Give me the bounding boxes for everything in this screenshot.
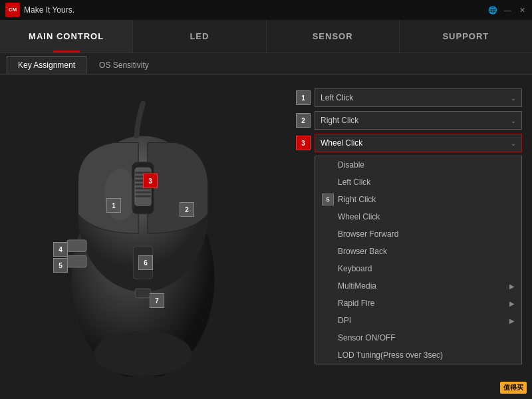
tab-main-control[interactable]: MAIN CONTROL: [0, 20, 133, 53]
subtab-os-sensitivity[interactable]: OS Sensitivity: [88, 56, 160, 74]
title-bar-left: CM Make It Yours.: [5, 3, 74, 17]
menu-item-dpi[interactable]: DPI ▶: [315, 312, 521, 329]
title-bar: CM Make It Yours. 🌐 — ✕: [0, 0, 532, 20]
globe-icon[interactable]: 🌐: [488, 5, 497, 15]
mouse-btn-3: 3: [143, 174, 158, 188]
mouse-btn-2: 2: [180, 202, 194, 217]
svg-rect-10: [135, 195, 150, 197]
menu-item-browser-forward[interactable]: Browser Forward: [315, 225, 521, 243]
menu-item-left-click[interactable]: Left Click: [315, 174, 521, 191]
btn-num-2: 2: [296, 113, 311, 128]
app-title: Make It Yours.: [24, 5, 74, 15]
minimize-button[interactable]: —: [503, 5, 512, 15]
dropdown-row-3: 3 Wheel Click ⌄: [296, 133, 522, 153]
menu-item-keyboard[interactable]: Keyboard: [315, 260, 521, 277]
menu-item-right-click[interactable]: 5 Right Click: [315, 191, 521, 208]
chevron-down-icon: ⌄: [511, 140, 516, 147]
tab-support[interactable]: SUPPORT: [400, 20, 532, 53]
dropdown-menu: Disable Left Click 5 Right Click Wheel C…: [315, 156, 522, 364]
mouse-btn-7: 7: [150, 293, 164, 308]
svg-point-13: [94, 331, 192, 376]
arrow-icon: ▶: [509, 317, 515, 325]
dropdown-1[interactable]: Left Click ⌄: [315, 88, 522, 107]
right-panel: 1 Left Click ⌄ 2 Right Click ⌄ 3 Wheel C…: [286, 74, 532, 399]
subtab-key-assignment[interactable]: Key Assignment: [7, 56, 86, 74]
svg-rect-9: [135, 192, 150, 194]
menu-item-disable[interactable]: Disable: [315, 156, 521, 174]
logo: CM: [5, 3, 20, 17]
mouse-btn-5: 5: [53, 258, 68, 273]
menu-item-wheel-click[interactable]: Wheel Click: [315, 208, 521, 225]
tab-sensor[interactable]: SENSOR: [267, 20, 400, 53]
chevron-down-icon: ⌄: [511, 94, 516, 102]
sub-tabs: Key Assignment OS Sensitivity: [0, 53, 532, 74]
menu-item-multimedia[interactable]: MultiMedia ▶: [315, 277, 521, 295]
mouse-btn-6: 6: [138, 255, 153, 270]
mouse-btn-4: 4: [53, 242, 68, 257]
mouse-area: 1 2 3 4 5 6 7: [0, 74, 286, 399]
close-button[interactable]: ✕: [517, 5, 527, 15]
window-controls[interactable]: 🌐 — ✕: [488, 5, 527, 15]
arrow-icon: ▶: [509, 283, 515, 290]
svg-rect-15: [135, 289, 150, 298]
mouse-image: 1 2 3 4 5 6 7: [40, 97, 246, 376]
menu-item-browser-back[interactable]: Browser Back: [315, 243, 521, 260]
menu-item-rapid-fire[interactable]: Rapid Fire ▶: [315, 295, 521, 312]
chevron-down-icon: ⌄: [511, 117, 516, 124]
mouse-btn-1: 1: [106, 198, 121, 213]
dropdown-2[interactable]: Right Click ⌄: [315, 111, 522, 130]
mouse-svg: [40, 97, 246, 376]
menu-item-sensor-on-off[interactable]: Sensor ON/OFF: [315, 329, 521, 346]
dropdown-row-2: 2 Right Click ⌄: [296, 110, 522, 130]
arrow-icon: ▶: [509, 300, 515, 307]
btn-num-1: 1: [296, 90, 311, 105]
watermark: 值得买: [500, 382, 527, 394]
dropdown-row-1: 1 Left Click ⌄: [296, 88, 522, 108]
btn-num-3: 3: [296, 136, 311, 150]
svg-rect-11: [67, 240, 86, 252]
svg-rect-12: [67, 255, 86, 267]
dropdown-3[interactable]: Wheel Click ⌄: [315, 134, 522, 152]
tab-led[interactable]: LED: [133, 20, 266, 53]
menu-item-lod-tuning[interactable]: LOD Tuning(Press over 3sec): [315, 346, 521, 364]
item-num-5: 5: [322, 194, 334, 205]
nav-tabs: MAIN CONTROL LED SENSOR SUPPORT: [0, 20, 532, 53]
main-content: 1 2 3 4 5 6 7: [0, 74, 532, 399]
